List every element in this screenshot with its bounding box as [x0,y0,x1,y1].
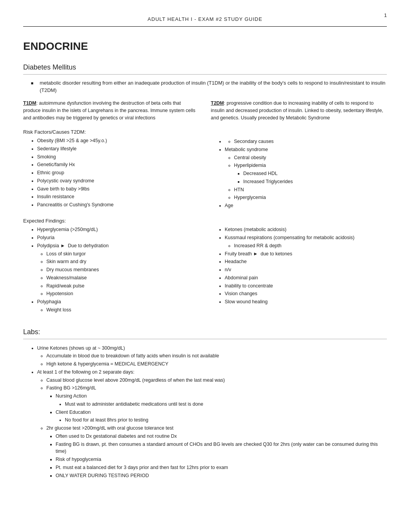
list-item: High ketone & hyperglycemia = MEDICAL EM… [46,360,387,368]
polyphagia-children: Weight loss [37,306,199,314]
list-item: Abdominal pain [225,274,387,282]
list-item: Increased Triglycerides [243,178,387,185]
findings-section: Expected Findings: Hyperglycemia (>250mg… [23,217,387,315]
fasting-bg-children: Nursing Action Must wait to administer a… [46,393,387,424]
metabolic-syndrome-item: Metabolic syndrome Central obesity Hyper… [225,146,387,201]
list-item: Sedentary lifestyle [37,145,199,153]
age-item: Age [225,202,387,209]
list-item: Hyperglycemia [234,194,387,201]
list-item: Dry mucous membranes [46,266,199,274]
list-item: Nursing Action Must wait to administer a… [56,393,387,408]
list-item: Accumulate in blood due to breakdown of … [46,352,387,360]
list-item: 2hr glucose test >200mg/dL with oral glu… [46,425,387,479]
list-item: Polyuria [37,234,199,241]
labs-section: Labs: Urine Ketones (shows up at ~ 300mg… [23,327,387,479]
list-item: Hyperglycemia (>250mg/dL) [37,226,199,233]
list-item: Ethnic group [37,169,199,177]
list-item: Casual blood glucose level above 200mg/d… [46,377,387,384]
at-least-1-children: Casual blood glucose level above 200mg/d… [37,377,387,479]
list-item: Inability to concentrate [225,282,387,290]
t1dm-t2dm-block: T1DM: autoimmune dysfunction involving t… [23,100,387,122]
nursing-action-children: Must wait to administer antidiabetic med… [56,401,387,408]
list-item: Central obesity [234,154,387,161]
list-item: Secondary causes [225,138,387,145]
list-item: Hyperlipidemia Decreased HDL Increased T… [234,162,387,185]
list-item: Weight loss [46,306,199,314]
list-item: Fasting BG >126mg/dL Nursing Action Must… [46,384,387,424]
list-item: Fasting BG is drawn, pt. then consumes a… [56,441,387,456]
findings-right-list: Ketones (metabolic acidosis) Kussmaul re… [211,226,387,306]
list-item: Polydipsia ► Due to dehydration Loss of … [37,242,199,297]
list-item: Insulin resistance [37,193,199,201]
t2dm-text: T2DM: progressive condition due to incre… [211,100,387,122]
page-number: 1 [384,12,387,19]
t2dm-label: T2DM [211,100,224,106]
polydipsia-children: Loss of skin turgor Skin warm and dry Dr… [37,250,199,298]
list-item: Hypotension [46,290,199,297]
list-item: Fruity breath ► due to ketones [225,250,387,258]
list-item: Headache [225,258,387,265]
list-item: Pancreatitis or Cushing's Syndrome [37,201,199,209]
risk-cols: Obesity (BMI >25 & age >45y.o.) Sedentar… [23,137,387,211]
list-item: Must wait to administer antidiabetic med… [65,401,387,408]
kussmaul-children: Increased RR & depth [225,242,387,250]
2hr-glucose-children: Often used to Dx gestational diabetes an… [46,433,387,479]
findings-left-list: Hyperglycemia (>250mg/dL) Polyuria Polyd… [23,226,199,313]
list-item: Often used to Dx gestational diabetes an… [56,433,387,440]
risk-left-col: Obesity (BMI >25 & age >45y.o.) Sedentar… [23,137,199,211]
t2dm-body: : progressive condition due to increasin… [211,100,383,121]
findings-left-col: Hyperglycemia (>250mg/dL) Polyuria Polyd… [23,226,199,315]
list-item: Polyphagia Weight loss [37,298,199,314]
intro-block: ■ metabolic disorder resulting from eith… [23,79,387,94]
section-title: ENDOCRINE [23,38,387,54]
list-item: Kussmaul respirations (compensating for … [225,234,387,250]
list-item: Vision changes [225,290,387,297]
list-item: Ketones (metabolic acidosis) [225,226,387,233]
list-item: Skin warm and dry [46,258,199,265]
list-item: Decreased HDL [243,170,387,177]
list-item: Urine Ketones (shows up at ~ 300mg/dL) A… [37,345,387,368]
t2dm-col: T2DM: progressive condition due to incre… [211,100,387,122]
list-item: Gave birth to baby >9lbs [37,185,199,193]
urine-ketones-children: Accumulate in blood due to breakdown of … [37,352,387,368]
labs-list: Urine Ketones (shows up at ~ 300mg/dL) A… [23,345,387,479]
labs-title: Labs: [23,327,387,339]
list-item: HTN [234,186,387,194]
list-item: Secondary causes [234,138,387,145]
t1dm-col: T1DM: autoimmune dysfunction involving t… [23,100,199,122]
risk-title: Risk Factors/Causes T2DM: [23,128,387,136]
doc-title: ADULT HEALTH I - EXAM #2 STUDY GUIDE [23,15,387,27]
t1dm-text: T1DM: autoimmune dysfunction involving t… [23,100,199,122]
list-item: Loss of skin turgor [46,250,199,258]
list-item: Risk of hypoglycemia [56,456,387,463]
list-item: Obesity (BMI >25 & age >45y.o.) [37,137,199,144]
list-item: Weakness/malaise [46,274,199,282]
intro-bullet-icon: ■ [31,80,34,94]
t1dm-label: T1DM [23,100,36,106]
risk-right-secondary-list: Secondary causes [225,138,387,145]
metabolic-syndrome-list: Central obesity Hyperlipidemia Decreased… [225,154,387,202]
intro-text: metabolic disorder resulting from either… [40,79,387,94]
list-item: Smoking [37,153,199,161]
list-item: Slow wound healing [225,298,387,306]
risk-section: Risk Factors/Causes T2DM: Obesity (BMI >… [23,128,387,211]
list-item: Pt. must eat a balanced diet for 3 days … [56,464,387,471]
t1dm-body: : autoimmune dysfunction involving the d… [23,100,195,121]
risk-left-list: Obesity (BMI >25 & age >45y.o.) Sedentar… [23,137,199,209]
risk-right-list: Secondary causes Metabolic syndrome Cent… [211,138,387,209]
list-item: At least 1 of the following on 2 separat… [37,369,387,479]
risk-right-col: Secondary causes Metabolic syndrome Cent… [211,137,387,211]
list-item: Rapid/weak pulse [46,282,199,290]
findings-title: Expected Findings: [23,217,387,225]
client-education-children: No food for at least 8hrs prior to testi… [56,416,387,424]
list-item: No food for at least 8hrs prior to testi… [65,416,387,424]
list-item: Increased RR & depth [234,242,387,250]
list-item: Genetic/family Hx [37,161,199,168]
subsection-title: Diabetes Mellitus [23,62,387,75]
list-item: ONLY WATER DURING TESTING PERIOD [56,472,387,479]
hyperlipidemia-list: Decreased HDL Increased Triglycerides [234,170,387,185]
findings-right-col: Ketones (metabolic acidosis) Kussmaul re… [211,226,387,315]
findings-cols: Hyperglycemia (>250mg/dL) Polyuria Polyd… [23,226,387,315]
list-item: Client Education No food for at least 8h… [56,409,387,424]
list-item: Polycystic ovary syndrome [37,177,199,185]
